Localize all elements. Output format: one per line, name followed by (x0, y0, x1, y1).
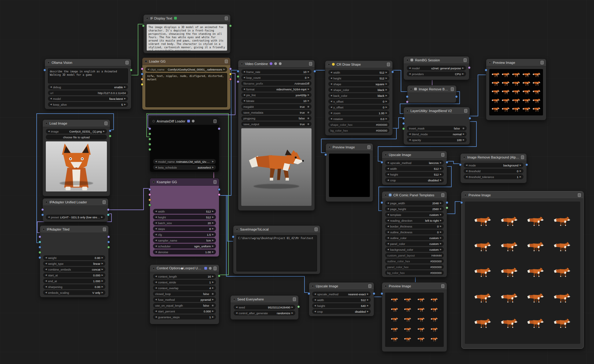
widget-threshold_tolerance[interactable]: ◀threshold_tolerance1▶ (464, 174, 523, 179)
node-properties-icon[interactable] (441, 153, 444, 157)
decrement-arrow-icon[interactable]: ◀ (45, 262, 47, 265)
increment-arrow-icon[interactable]: ▶ (440, 202, 442, 204)
increment-arrow-icon[interactable]: ▶ (308, 100, 309, 102)
widget-bitrate[interactable]: ◀bitrate10▶ (241, 98, 312, 103)
decrement-arrow-icon[interactable]: ◀ (387, 173, 389, 176)
output-port[interactable] (229, 24, 232, 27)
increment-arrow-icon[interactable]: ▶ (367, 310, 369, 313)
widget-page_height[interactable]: ◀page_height2560▶ (385, 206, 444, 211)
increment-arrow-icon[interactable]: ▶ (101, 216, 103, 218)
widget-fuse_method[interactable]: ◀fuse_methodpyramid▶ (153, 297, 216, 302)
widget-megabit[interactable]: megabittrue (241, 104, 312, 109)
node-properties-icon[interactable] (309, 62, 312, 66)
output-port[interactable] (446, 206, 448, 209)
collapse-dot-icon[interactable] (236, 228, 238, 231)
widget-combine_embeds[interactable]: ◀combine_embedsconcat▶ (43, 267, 105, 272)
increment-arrow-icon[interactable]: ▶ (308, 71, 309, 73)
decrement-arrow-icon[interactable]: ◀ (45, 286, 47, 288)
widget-width[interactable]: ◀width512▶ (385, 166, 444, 171)
node-ollama-vision[interactable]: Ollama Visiondescribe the image in engli… (45, 59, 131, 109)
decrement-arrow-icon[interactable]: ◀ (155, 251, 157, 253)
increment-arrow-icon[interactable]: ▶ (102, 286, 103, 288)
input-port[interactable] (324, 153, 327, 156)
widget-context_overlap[interactable]: ◀context_overlap4▶ (153, 286, 216, 290)
widget-model_name[interactable]: ◀model_nameAnimateLCM_sd15_t2v.ckpt▶ (153, 159, 216, 164)
decrement-arrow-icon[interactable]: ◀ (314, 293, 316, 295)
widget-height[interactable]: ◀height512▶ (153, 215, 216, 220)
increment-arrow-icon[interactable]: ▶ (440, 173, 442, 176)
decrement-arrow-icon[interactable]: ◀ (409, 67, 410, 69)
increment-arrow-icon[interactable]: ▶ (212, 160, 214, 163)
increment-arrow-icon[interactable]: ▶ (440, 179, 442, 181)
node-header[interactable]: Upscale Image (309, 282, 374, 290)
node-graph-canvas[interactable]: IF Display TextThe image displays a 3D m… (0, 0, 594, 364)
node-header[interactable]: Ollama Vision (45, 59, 131, 66)
decrement-arrow-icon[interactable]: ◀ (243, 76, 245, 79)
widget-background_color[interactable]: ◀background_colorcustom▶ (385, 247, 444, 252)
widget-beta_schedule[interactable]: ◀beta_scheduleautoselect▶ (153, 165, 216, 170)
input-port[interactable] (232, 235, 235, 238)
input-port[interactable] (460, 201, 463, 204)
input-port[interactable] (141, 73, 144, 75)
increment-arrow-icon[interactable]: ▶ (212, 316, 214, 318)
node-header[interactable]: Preview Image (326, 144, 373, 151)
decrement-arrow-icon[interactable]: ◀ (45, 280, 47, 282)
collapse-dot-icon[interactable] (47, 61, 50, 64)
output-port[interactable] (107, 208, 110, 211)
increment-arrow-icon[interactable]: ▶ (308, 88, 309, 90)
node-rembg-session[interactable]: RemBG Session◀modelu2net: general purpos… (403, 56, 469, 80)
node-properties-icon[interactable] (213, 267, 217, 270)
node-properties-icon[interactable] (541, 61, 544, 64)
decrement-arrow-icon[interactable]: ◀ (155, 210, 157, 213)
increment-arrow-icon[interactable]: ▶ (212, 222, 214, 224)
collapse-dot-icon[interactable] (152, 181, 155, 183)
increment-arrow-icon[interactable]: ▶ (292, 306, 293, 308)
widget-template[interactable]: ◀templatecustom▶ (385, 212, 444, 217)
input-port[interactable] (402, 122, 405, 125)
widget-panel_color[interactable]: ◀panel_colorcustom▶ (385, 241, 444, 246)
widget-image[interactable]: ◀imageComfyUI_02331_ (1).png▶ (46, 129, 107, 134)
output-port[interactable] (446, 161, 448, 164)
widget-y_offset[interactable]: ◀y_offset0▶ (328, 105, 389, 110)
increment-arrow-icon[interactable]: ▶ (212, 210, 214, 213)
toggle-indicator-icon[interactable] (212, 293, 214, 295)
increment-arrow-icon[interactable]: ▶ (520, 176, 521, 178)
collapse-dot-icon[interactable] (233, 298, 235, 300)
collapse-dot-icon[interactable] (406, 110, 409, 112)
collapse-dot-icon[interactable] (42, 228, 45, 231)
decrement-arrow-icon[interactable]: ◀ (387, 231, 389, 233)
collapse-dot-icon[interactable] (406, 59, 409, 61)
decrement-arrow-icon[interactable]: ◀ (155, 222, 157, 224)
upload-button[interactable]: choose file to upload (46, 135, 107, 140)
output-port[interactable] (130, 69, 133, 71)
widget-height[interactable]: ◀height640▶ (312, 303, 371, 308)
decrement-arrow-icon[interactable]: ◀ (387, 162, 389, 164)
output-port[interactable] (218, 193, 220, 196)
node-header[interactable]: AnimateDiff Loader (150, 118, 219, 125)
output-port[interactable] (218, 275, 220, 277)
text-area[interactable]: C:\Users\wgray\Desktop\Project 01_42\Mr … (236, 235, 317, 271)
node-animatediff-loader[interactable]: AnimateDiff Loader◀model_nameAnimateLCM_… (150, 117, 219, 172)
node-if-display-text[interactable]: IF Display TextThe image displays a 3D m… (143, 14, 231, 53)
increment-arrow-icon[interactable]: ▶ (212, 216, 214, 218)
text-area[interactable]: describe the image in english as a Anima… (48, 68, 128, 83)
increment-arrow-icon[interactable]: ▶ (102, 257, 103, 259)
input-port[interactable] (406, 100, 409, 103)
increment-arrow-icon[interactable]: ▶ (102, 262, 103, 265)
increment-arrow-icon[interactable]: ▶ (440, 162, 442, 164)
node-header[interactable]: Video Combine (238, 60, 315, 67)
increment-arrow-icon[interactable]: ▶ (102, 268, 103, 271)
decrement-arrow-icon[interactable]: ◀ (50, 103, 52, 106)
widget-end_at[interactable]: ◀end_at1.000▶ (43, 278, 105, 283)
node-header[interactable]: CR Comic Panel Templates (382, 191, 447, 199)
collapse-dot-icon[interactable] (489, 61, 491, 64)
increment-arrow-icon[interactable]: ▶ (212, 239, 214, 242)
node-properties-icon[interactable] (368, 284, 371, 288)
node-header[interactable]: IPAdapter Tiled (40, 226, 108, 233)
decrement-arrow-icon[interactable]: ◀ (45, 291, 47, 294)
output-port[interactable] (107, 241, 110, 243)
input-port[interactable] (381, 201, 383, 204)
widget-filename_prefix[interactable]: filename_prefixAnimateDiff (241, 81, 312, 86)
increment-arrow-icon[interactable]: ▶ (386, 100, 387, 103)
increment-arrow-icon[interactable]: ▶ (124, 103, 126, 106)
